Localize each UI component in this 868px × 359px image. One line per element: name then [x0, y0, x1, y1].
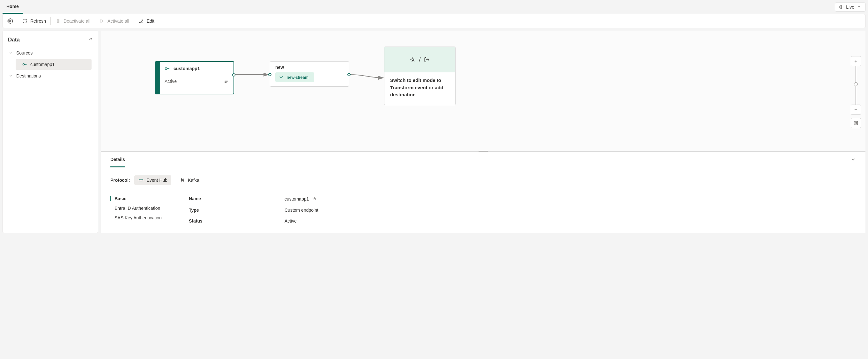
activate-label: Activate all: [107, 19, 129, 24]
svg-line-28: [182, 181, 183, 181]
data-panel-title: Data: [8, 37, 20, 43]
transform-icon: [410, 57, 416, 63]
tree-item-customapp1[interactable]: customapp1: [16, 59, 92, 70]
panel-resize-handle[interactable]: [478, 151, 488, 152]
field-type-value: Custom endpoint: [284, 207, 318, 213]
fit-to-screen-button[interactable]: [851, 118, 861, 128]
field-status-label: Status: [189, 218, 284, 224]
fit-icon: [854, 121, 858, 125]
svg-marker-4: [101, 20, 103, 23]
svg-line-27: [182, 180, 183, 180]
deactivate-label: Deactivate all: [63, 19, 90, 24]
protocol-label: Protocol:: [111, 177, 130, 183]
chevron-down-icon: [8, 73, 14, 79]
refresh-button[interactable]: Refresh: [18, 14, 51, 28]
detail-side-basic[interactable]: Basic: [111, 196, 184, 201]
endpoint-icon: [22, 62, 28, 67]
copy-name-button[interactable]: [311, 196, 316, 202]
minus-icon: [854, 107, 858, 112]
destination-hint-text: Switch to edit mode to Transform event o…: [384, 72, 455, 105]
svg-point-22: [181, 181, 182, 182]
canvas[interactable]: customapp1 Active new: [101, 31, 865, 152]
toolbar: Refresh Deactivate all Activate all Edit: [3, 14, 865, 28]
collapse-panel-button[interactable]: [88, 37, 93, 43]
refresh-label: Refresh: [30, 19, 46, 24]
svg-rect-3: [58, 20, 59, 22]
protocol-eventhub[interactable]: Event Hub: [134, 175, 171, 185]
protocol-kafka-label: Kafka: [188, 177, 199, 183]
svg-rect-2: [57, 20, 58, 22]
slash-separator: /: [419, 57, 421, 63]
copy-icon: [311, 196, 316, 201]
chevron-down-icon: [851, 157, 856, 162]
edit-label: Edit: [147, 19, 154, 24]
detail-side-entra[interactable]: Entra ID Authentication: [111, 206, 184, 211]
svg-point-24: [183, 181, 184, 182]
edit-icon: [138, 18, 144, 24]
live-label: Live: [846, 4, 854, 9]
zoom-slider[interactable]: [856, 66, 856, 105]
svg-point-10: [412, 59, 414, 61]
tab-home[interactable]: Home: [3, 0, 23, 14]
gear-icon: [7, 18, 13, 24]
eye-icon: [838, 4, 844, 10]
svg-point-21: [181, 180, 182, 181]
live-dropdown[interactable]: Live: [835, 3, 865, 11]
eventhub-icon: [138, 177, 144, 183]
chevron-double-left-icon: [88, 37, 93, 41]
details-tab[interactable]: Details: [111, 153, 125, 167]
canvas-node-stream[interactable]: new new-stream: [270, 61, 349, 87]
destinations-label: Destinations: [16, 73, 41, 78]
canvas-node-destination[interactable]: / Switch to edit mode to Transform event…: [384, 46, 456, 105]
chevron-down-icon: [856, 4, 862, 10]
details-tabbar: Details: [101, 152, 865, 168]
pause-icon: [55, 18, 61, 24]
edit-button[interactable]: Edit: [134, 14, 159, 28]
chevron-down-icon: [8, 50, 14, 56]
tree-item-label: customapp1: [30, 62, 55, 67]
settings-button[interactable]: [3, 14, 18, 28]
tree-section-sources[interactable]: Sources: [5, 47, 95, 58]
zoom-out-button[interactable]: [851, 105, 861, 115]
list-icon: [223, 78, 229, 84]
stream-icon: [278, 74, 284, 80]
field-name-label: Name: [189, 196, 284, 202]
plus-icon: [854, 59, 858, 63]
source-node-status: Active: [165, 79, 177, 84]
zoom-thumb[interactable]: [854, 82, 858, 86]
zoom-in-button[interactable]: [851, 56, 861, 66]
field-type-label: Type: [189, 207, 284, 213]
refresh-icon: [22, 18, 28, 24]
svg-point-0: [841, 6, 842, 8]
svg-rect-15: [855, 123, 857, 124]
svg-point-5: [23, 63, 24, 65]
field-name-value: customapp1: [284, 196, 309, 201]
protocol-kafka[interactable]: Kafka: [176, 175, 203, 185]
data-side-panel: Data Sources customapp1 Destinations: [3, 31, 98, 233]
field-status-value: Active: [284, 218, 297, 224]
protocol-eventhub-label: Event Hub: [147, 177, 167, 183]
activate-all-button[interactable]: Activate all: [95, 14, 134, 28]
svg-point-20: [181, 178, 182, 179]
svg-point-23: [183, 179, 184, 180]
stream-node-title: new: [275, 65, 344, 70]
stream-chip-label: new-stream: [287, 75, 308, 80]
tree-section-destinations[interactable]: Destinations: [5, 70, 95, 81]
endpoint-icon: [165, 66, 170, 71]
play-icon: [99, 18, 105, 24]
svg-point-1: [9, 21, 11, 22]
svg-point-6: [165, 68, 167, 69]
collapse-details-button[interactable]: [851, 157, 856, 163]
deactivate-all-button[interactable]: Deactivate all: [51, 14, 95, 28]
svg-rect-14: [854, 122, 858, 125]
detail-side-sas[interactable]: SAS Key Authentication: [111, 215, 184, 220]
kafka-icon: [180, 177, 185, 183]
output-icon: [424, 57, 430, 63]
sources-label: Sources: [16, 51, 33, 56]
source-node-name: customapp1: [174, 66, 200, 71]
canvas-node-source[interactable]: customapp1 Active: [155, 61, 234, 94]
stream-chip[interactable]: new-stream: [275, 72, 314, 82]
